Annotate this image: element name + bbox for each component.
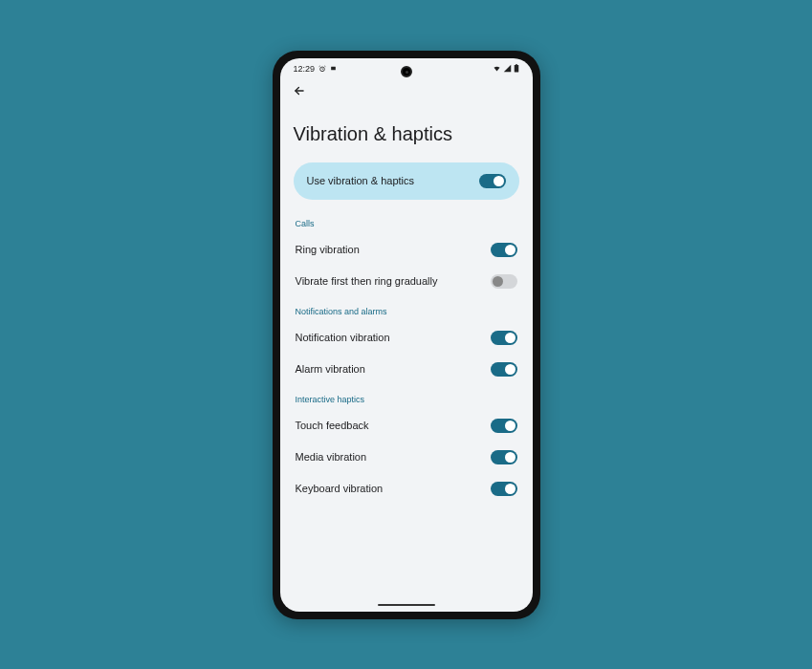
setting-label: Ring vibration <box>296 244 360 255</box>
setting-label: Media vibration <box>296 451 367 463</box>
card-icon <box>330 65 337 72</box>
switch-alarm-vibration[interactable] <box>491 362 517 377</box>
switch-keyboard-vibration[interactable] <box>491 482 517 496</box>
screen: 12:29 <box>280 58 533 612</box>
svg-rect-1 <box>331 67 336 71</box>
setting-vibrate-first[interactable]: Vibrate first then ring gradually <box>294 266 519 297</box>
master-toggle-switch[interactable] <box>479 174 506 188</box>
navigation-bar <box>280 598 533 612</box>
master-toggle-label: Use vibration & haptics <box>307 175 415 186</box>
section-header-calls: Calls <box>296 219 519 228</box>
content-area: Vibration & haptics Use vibration & hapt… <box>280 102 533 598</box>
setting-label: Keyboard vibration <box>296 483 384 494</box>
switch-media-vibration[interactable] <box>491 450 517 464</box>
setting-label: Vibrate first then ring gradually <box>296 275 438 287</box>
battery-icon <box>514 64 519 73</box>
back-row <box>280 76 533 102</box>
master-toggle-row[interactable]: Use vibration & haptics <box>294 162 519 200</box>
switch-ring-vibration[interactable] <box>491 243 517 257</box>
svg-rect-2 <box>514 65 518 73</box>
status-time: 12:29 <box>294 64 316 74</box>
switch-vibrate-first[interactable] <box>491 274 517 289</box>
setting-media-vibration[interactable]: Media vibration <box>294 442 519 473</box>
phone-frame: 12:29 <box>273 51 540 619</box>
section-header-interactive: Interactive haptics <box>296 395 519 404</box>
back-button[interactable] <box>292 83 307 98</box>
section-header-notifications: Notifications and alarms <box>296 307 519 316</box>
setting-label: Notification vibration <box>296 332 390 343</box>
wifi-icon <box>493 64 501 73</box>
signal-icon <box>503 64 512 73</box>
setting-keyboard-vibration[interactable]: Keyboard vibration <box>294 473 519 505</box>
setting-label: Alarm vibration <box>296 363 365 375</box>
switch-notification-vibration[interactable] <box>491 331 517 345</box>
setting-alarm-vibration[interactable]: Alarm vibration <box>294 354 519 385</box>
setting-notification-vibration[interactable]: Notification vibration <box>294 322 519 354</box>
nav-handle[interactable] <box>378 604 435 606</box>
setting-ring-vibration[interactable]: Ring vibration <box>294 234 519 266</box>
alarm-icon <box>318 65 326 73</box>
setting-label: Touch feedback <box>296 420 369 431</box>
setting-touch-feedback[interactable]: Touch feedback <box>294 410 519 442</box>
svg-rect-3 <box>516 64 517 65</box>
status-left: 12:29 <box>294 64 338 74</box>
page-title: Vibration & haptics <box>294 123 519 145</box>
camera-punch <box>401 66 412 77</box>
status-right <box>493 64 519 73</box>
switch-touch-feedback[interactable] <box>491 419 517 433</box>
